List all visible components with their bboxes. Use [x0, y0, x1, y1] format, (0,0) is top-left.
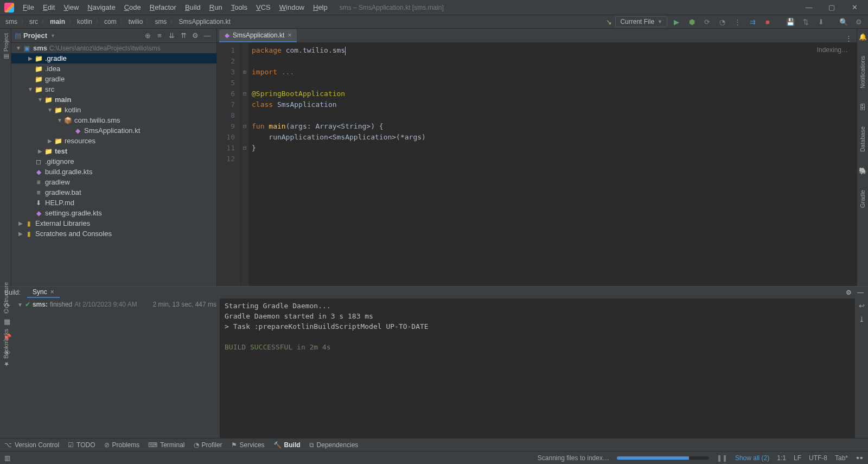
close-sync-tab[interactable]: ×	[50, 288, 54, 296]
menu-item-window[interactable]: Window	[275, 1, 309, 14]
tree-item-build-gradle-kts[interactable]: ◆build.gradle.kts	[11, 167, 216, 177]
build-output[interactable]: Starting Gradle Daemon... Gradle Daemon …	[220, 298, 855, 438]
rail-database[interactable]: Database	[859, 126, 866, 152]
code-area[interactable]: package com.twilio.sms import ... @Sprin…	[248, 43, 857, 286]
tree-scratches[interactable]: ▶▮Scratches and Consoles	[11, 228, 216, 239]
notifications-icon[interactable]: 🔔	[859, 33, 867, 41]
tree-item-gradle[interactable]: 📁gradle	[11, 74, 216, 84]
status-indent[interactable]: Tab*	[835, 454, 848, 462]
rail-notifications[interactable]: Notifications	[859, 56, 866, 88]
profile-button[interactable]: ◔	[716, 18, 728, 26]
maximize-button[interactable]: ▢	[820, 0, 843, 15]
build-hide-icon[interactable]: —	[857, 289, 864, 296]
search-icon[interactable]: 🔍	[838, 18, 850, 26]
options-icon[interactable]: ⇈	[177, 31, 189, 40]
status-line-ending[interactable]: LF	[794, 454, 801, 462]
tree-item--gradle[interactable]: ▶📁.gradle	[11, 53, 216, 63]
editor-tab-more[interactable]: ⋮	[845, 34, 852, 42]
toolstrip-terminal[interactable]: ⌨Terminal	[148, 441, 184, 449]
breadcrumb-com[interactable]: com	[102, 18, 119, 26]
build-tab-sync[interactable]: Sync×	[27, 287, 60, 298]
breadcrumb-sms[interactable]: sms	[3, 18, 20, 26]
save-icon[interactable]: 💾	[784, 18, 796, 26]
database-icon[interactable]: 🗄	[859, 104, 866, 111]
stop-button[interactable]: ■	[762, 18, 774, 26]
close-tab-icon[interactable]: ×	[288, 31, 291, 39]
sync-icon[interactable]: ⇅	[800, 18, 812, 26]
toolstrip-problems[interactable]: ⊘Problems	[104, 441, 140, 449]
toolstrip-dependencies[interactable]: ⧉Dependencies	[309, 441, 359, 449]
menu-item-edit[interactable]: Edit	[39, 1, 59, 14]
attach-button[interactable]: ⇉	[746, 18, 758, 26]
tree-item-main[interactable]: ▼📁main	[11, 94, 216, 105]
breadcrumb-kotlin[interactable]: kotlin	[75, 18, 94, 26]
project-view-dropdown[interactable]: ▼	[50, 33, 55, 39]
tree-item-gradlew[interactable]: ≡gradlew	[11, 177, 216, 187]
debug-button[interactable]: ⬢	[686, 18, 698, 26]
tree-item-kotlin[interactable]: ▼📁kotlin	[11, 105, 216, 115]
hide-icon[interactable]: —	[201, 31, 213, 40]
soft-wrap-icon[interactable]: ↩	[859, 302, 865, 310]
editor-tab-smsapplication[interactable]: ◆ SmsApplication.kt ×	[219, 29, 297, 42]
settings-icon[interactable]: ⚙	[853, 18, 865, 26]
menu-item-vcs[interactable]: VCS	[252, 1, 275, 14]
tree-item--idea[interactable]: 📁.idea	[11, 63, 216, 74]
tree-item--gitignore[interactable]: ◻.gitignore	[11, 156, 216, 167]
toolstrip-services[interactable]: ⚑Services	[231, 441, 265, 449]
minimize-button[interactable]: —	[797, 0, 820, 15]
status-reader-mode-icon[interactable]: 👓	[856, 454, 864, 462]
menu-item-file[interactable]: File	[18, 1, 39, 14]
tree-item-help-md[interactable]: ⬇HELP.md	[11, 198, 216, 208]
run-config-dropdown[interactable]: Current File ▼	[615, 16, 667, 27]
breadcrumb-src[interactable]: src	[27, 18, 40, 26]
breadcrumb-smsapplication-kt[interactable]: SmsApplication.kt	[176, 18, 232, 26]
build-task-row[interactable]: ▼ ✔ sms: finished At 2/10/2023 9:40 AM 2…	[17, 301, 216, 308]
breadcrumb-main[interactable]: main	[48, 18, 67, 26]
status-caret-pos[interactable]: 1:1	[777, 454, 786, 462]
menu-item-run[interactable]: Run	[205, 1, 227, 14]
close-button[interactable]: ✕	[843, 0, 866, 15]
expand-all-icon[interactable]: ≡	[154, 31, 165, 40]
tree-item-src[interactable]: ▼📁src	[11, 84, 216, 94]
menu-item-tools[interactable]: Tools	[227, 1, 252, 14]
breadcrumb-twilio[interactable]: twilio	[126, 18, 145, 26]
download-icon[interactable]: ⬇	[815, 18, 827, 26]
rail-project[interactable]: ▤ Project	[2, 33, 9, 60]
toolstrip-version-control[interactable]: ⌥Version Control	[4, 441, 59, 449]
scroll-end-icon[interactable]: ⤓	[859, 315, 865, 323]
build-settings-icon[interactable]: ⚙	[846, 289, 852, 296]
toolstrip-build[interactable]: 🔨Build	[273, 441, 301, 449]
status-menu-icon[interactable]: ▥	[4, 454, 10, 462]
run-button[interactable]: ▶	[671, 18, 682, 26]
locate-icon[interactable]: ⊕	[142, 31, 154, 40]
show-all-link[interactable]: Show all (2)	[735, 454, 769, 462]
menu-item-code[interactable]: Code	[120, 1, 145, 14]
menu-item-navigate[interactable]: Navigate	[83, 1, 119, 14]
status-encoding[interactable]: UTF-8	[809, 454, 827, 462]
toolstrip-profiler[interactable]: ◔Profiler	[194, 441, 222, 449]
toolstrip-todo[interactable]: ☑TODO	[68, 441, 95, 449]
fold-strip[interactable]: ⊞⊟⊟⊟	[241, 43, 248, 286]
tree-item-test[interactable]: ▶📁test	[11, 146, 216, 156]
menu-item-view[interactable]: View	[59, 1, 83, 14]
build-icon[interactable]: ↘	[606, 18, 612, 26]
tree-ext_lib[interactable]: ▶▮External Libraries	[11, 218, 216, 228]
rail-structure[interactable]: ⌬ Structure	[2, 282, 9, 314]
breadcrumb-sms[interactable]: sms	[152, 18, 169, 26]
menu-item-help[interactable]: Help	[309, 1, 332, 14]
rail-bookmarks[interactable]: ★ Bookmarks	[2, 329, 9, 367]
tree-root[interactable]: ▼▣smsC:\Users\antoz\IdeaProjects\twilio\…	[11, 43, 216, 53]
collapse-all-icon[interactable]: ⇊	[165, 31, 177, 40]
coverage-button[interactable]: ⟳	[701, 18, 713, 26]
tree-item-smsapplication-kt[interactable]: ◆SmsApplication.kt	[11, 125, 216, 136]
rail-gradle[interactable]: Gradle	[859, 190, 866, 208]
tree-item-resources[interactable]: ▶📁resources	[11, 136, 216, 146]
gradle-icon[interactable]: 🐘	[859, 167, 867, 175]
tree-item-gradlew-bat[interactable]: ≡gradlew.bat	[11, 187, 216, 198]
menu-item-build[interactable]: Build	[181, 1, 205, 14]
gear-icon[interactable]: ⚙	[189, 31, 201, 40]
menu-item-refactor[interactable]: Refactor	[145, 1, 181, 14]
tree-item-com-twilio-sms[interactable]: ▼📦com.twilio.sms	[11, 115, 216, 125]
pause-indexing-icon[interactable]: ❚❚	[717, 454, 727, 462]
tree-item-settings-gradle-kts[interactable]: ◆settings.gradle.kts	[11, 208, 216, 218]
